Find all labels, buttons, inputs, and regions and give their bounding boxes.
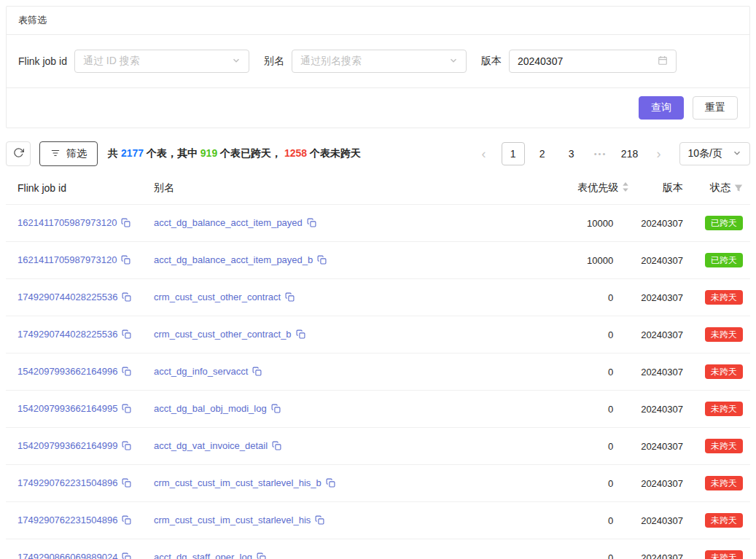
version-cell: 20240307 bbox=[635, 465, 689, 502]
copy-icon[interactable] bbox=[315, 515, 324, 527]
alias-link[interactable]: acct_dg_staff_oper_log bbox=[154, 552, 252, 559]
page-size-select[interactable]: 10条/页 bbox=[679, 142, 750, 165]
flink-job-id-cell: 1749290866069889024 bbox=[6, 539, 148, 559]
version-cell: 20240307 bbox=[635, 539, 689, 559]
copy-icon[interactable] bbox=[271, 404, 281, 415]
table-row: 1621411705987973120 acct_dg_balance_acct… bbox=[6, 205, 750, 242]
next-page-button[interactable]: › bbox=[647, 142, 671, 165]
copy-icon[interactable] bbox=[122, 292, 131, 304]
flink-job-id-cell: 1621411705987973120 bbox=[6, 242, 148, 279]
alias-link[interactable]: acct_dg_info_servacct bbox=[154, 366, 248, 377]
filter-card-title: 表筛选 bbox=[7, 7, 749, 35]
version-cell: 20240307 bbox=[635, 316, 689, 353]
reset-button[interactable]: 重置 bbox=[693, 96, 738, 120]
version-date-value: 20240307 bbox=[518, 55, 563, 67]
copy-icon[interactable] bbox=[326, 478, 335, 490]
copy-icon[interactable] bbox=[122, 367, 131, 378]
version-date-input[interactable]: 20240307 bbox=[509, 50, 677, 73]
flink-job-id-placeholder: 通过 ID 搜索 bbox=[83, 55, 140, 68]
status-badge: 未跨天 bbox=[705, 364, 743, 379]
copy-icon[interactable] bbox=[257, 552, 266, 559]
copy-icon[interactable] bbox=[296, 329, 305, 341]
table-toolbar: 筛选 共 2177 个表，其中 919 个表已跨天， 1258 个表未跨天 ‹ … bbox=[6, 141, 750, 166]
alias-link[interactable]: crm_cust_cust_other_contract bbox=[154, 292, 281, 302]
page-button-2[interactable]: 2 bbox=[531, 142, 554, 165]
calendar-icon bbox=[658, 55, 668, 68]
refresh-button[interactable] bbox=[6, 141, 31, 166]
chevron-down-icon bbox=[449, 55, 458, 67]
alias-link[interactable]: crm_cust_cust_other_contract_b bbox=[154, 329, 292, 340]
alias-link[interactable]: acct_dg_bal_obj_modi_log bbox=[154, 403, 267, 414]
page-button-1[interactable]: 1 bbox=[502, 142, 525, 165]
alias-link[interactable]: crm_cust_cust_im_cust_starlevel_his_b bbox=[154, 477, 322, 488]
alias-cell: acct_dg_vat_invoice_detail bbox=[148, 428, 533, 465]
flink-job-id-link[interactable]: 1542097993662164996 bbox=[17, 366, 117, 377]
tables-table: Flink job id 别名 表优先级 版本 状态 1621411705987… bbox=[6, 172, 750, 559]
copy-icon[interactable] bbox=[122, 515, 131, 527]
status-badge: 未跨天 bbox=[705, 439, 743, 453]
alias-cell: crm_cust_cust_im_cust_starlevel_his_b bbox=[148, 465, 533, 502]
alias-placeholder: 通过别名搜索 bbox=[300, 55, 362, 68]
table-row: 1621411705987973120 acct_dg_balance_acct… bbox=[6, 242, 750, 279]
flink-job-id-link[interactable]: 1749290744028225536 bbox=[17, 292, 117, 302]
priority-cell: 10000 bbox=[533, 242, 635, 279]
page-jump-ellipsis[interactable]: ••• bbox=[589, 149, 612, 158]
flink-job-id-field: Flink job id 通过 ID 搜索 bbox=[18, 50, 249, 73]
copy-icon[interactable] bbox=[122, 552, 131, 559]
flink-job-id-select[interactable]: 通过 ID 搜索 bbox=[74, 50, 249, 73]
filter-funnel-icon[interactable] bbox=[734, 183, 743, 195]
copy-icon[interactable] bbox=[272, 441, 281, 453]
summary-segment: 个表未跨天 bbox=[307, 147, 361, 159]
copy-icon[interactable] bbox=[122, 404, 131, 415]
table-header-row: Flink job id 别名 表优先级 版本 状态 bbox=[6, 172, 750, 205]
sort-icon[interactable] bbox=[622, 181, 629, 195]
filter-button[interactable]: 筛选 bbox=[39, 141, 98, 166]
alias-link[interactable]: crm_cust_cust_im_cust_starlevel_his bbox=[154, 515, 311, 525]
priority-cell: 0 bbox=[533, 465, 635, 502]
copy-icon[interactable] bbox=[121, 255, 130, 267]
alias-select[interactable]: 通过别名搜索 bbox=[292, 50, 467, 73]
column-alias: 别名 bbox=[148, 172, 533, 205]
priority-cell: 0 bbox=[533, 539, 635, 559]
flink-job-id-cell: 1749290762231504896 bbox=[6, 502, 148, 539]
version-cell: 20240307 bbox=[635, 502, 689, 539]
filter-lines-icon bbox=[50, 148, 61, 160]
prev-page-button[interactable]: ‹ bbox=[472, 142, 496, 165]
flink-job-id-link[interactable]: 1542097993662164999 bbox=[17, 440, 117, 451]
alias-cell: crm_cust_cust_im_cust_starlevel_his bbox=[148, 502, 533, 539]
flink-job-id-link[interactable]: 1749290762231504896 bbox=[17, 477, 117, 488]
flink-job-id-link[interactable]: 1749290744028225536 bbox=[17, 329, 117, 340]
priority-cell: 0 bbox=[533, 353, 635, 391]
flink-job-id-link[interactable]: 1749290866069889024 bbox=[17, 552, 117, 559]
flink-job-id-cell: 1749290744028225536 bbox=[6, 316, 148, 353]
query-button[interactable]: 查询 bbox=[639, 96, 684, 120]
page-size-label: 10条/页 bbox=[688, 147, 722, 160]
copy-icon[interactable] bbox=[122, 441, 131, 453]
priority-cell: 0 bbox=[533, 391, 635, 428]
copy-icon[interactable] bbox=[285, 292, 295, 304]
page-button-last[interactable]: 218 bbox=[618, 142, 642, 165]
refresh-icon bbox=[13, 147, 24, 160]
flink-job-id-link[interactable]: 1621411705987973120 bbox=[17, 217, 117, 228]
status-badge: 已跨天 bbox=[705, 216, 743, 230]
copy-icon[interactable] bbox=[307, 218, 316, 230]
flink-job-id-label: Flink job id bbox=[18, 55, 67, 67]
flink-job-id-cell: 1749290762231504896 bbox=[6, 465, 148, 502]
copy-icon[interactable] bbox=[121, 218, 130, 230]
copy-icon[interactable] bbox=[122, 329, 131, 341]
crossed-count: 919 bbox=[200, 147, 217, 159]
page-button-3[interactable]: 3 bbox=[560, 142, 583, 165]
alias-link[interactable]: acct_dg_vat_invoice_detail bbox=[154, 440, 268, 451]
copy-icon[interactable] bbox=[122, 478, 131, 490]
alias-link[interactable]: acct_dg_balance_acct_item_payed_b bbox=[154, 254, 313, 265]
flink-job-id-link[interactable]: 1542097993662164995 bbox=[17, 403, 117, 414]
column-priority-label: 表优先级 bbox=[577, 181, 618, 193]
alias-cell: acct_dg_staff_oper_log bbox=[148, 539, 533, 559]
copy-icon[interactable] bbox=[317, 255, 327, 267]
status-cell: 已跨天 bbox=[689, 205, 750, 242]
copy-icon[interactable] bbox=[252, 367, 262, 378]
alias-link[interactable]: acct_dg_balance_acct_item_payed bbox=[154, 217, 303, 228]
flink-job-id-link[interactable]: 1621411705987973120 bbox=[17, 254, 117, 265]
table-header: Flink job id 别名 表优先级 版本 状态 bbox=[6, 172, 750, 205]
flink-job-id-link[interactable]: 1749290762231504896 bbox=[17, 515, 117, 525]
